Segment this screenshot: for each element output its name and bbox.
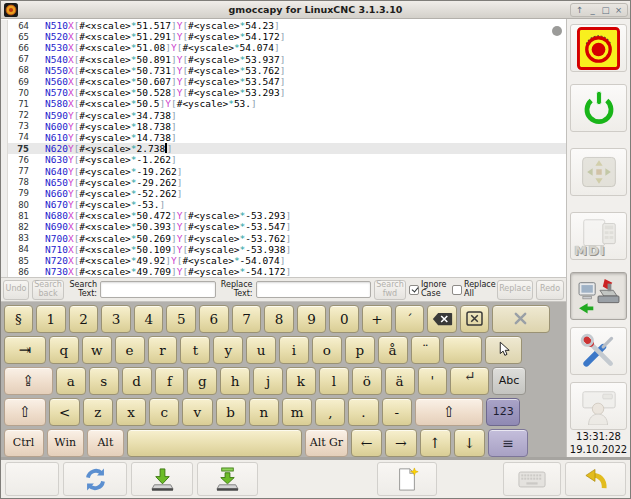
code-line[interactable]: 86N730X[#<xscale>*49.709]Y[#<yscale>*-54… — [1, 266, 566, 277]
key-§[interactable]: § — [4, 305, 34, 333]
key-5[interactable]: 5 — [166, 305, 196, 333]
key-arrow-up[interactable]: ↑ — [420, 429, 451, 457]
key-f[interactable]: f — [155, 367, 185, 395]
save-as-button[interactable] — [197, 462, 258, 496]
key-e[interactable]: e — [115, 336, 145, 364]
key-win[interactable]: Win — [47, 429, 84, 457]
key-t[interactable]: t — [180, 336, 210, 364]
settings-button[interactable] — [570, 327, 627, 375]
replace-text-input[interactable] — [256, 281, 372, 298]
code-line[interactable]: 81N680X[#<xscale>*50.472]Y[#<yscale>*-53… — [1, 210, 566, 221]
key-h[interactable]: h — [220, 367, 250, 395]
titlebar[interactable]: gmoccapy for LinuxCNC 3.1.3.10 ↑_□× — [1, 1, 630, 19]
key-,[interactable]: , — [315, 398, 345, 426]
key-menu[interactable]: ≡ — [488, 429, 528, 457]
key-¨[interactable]: ¨ — [411, 336, 441, 364]
close-button[interactable]: × — [612, 4, 625, 16]
code-line[interactable]: 80N670Y[#<yscale>*-53.] — [1, 199, 566, 210]
key-i[interactable]: i — [279, 336, 309, 364]
key-a[interactable]: a — [56, 367, 86, 395]
key-l[interactable]: l — [319, 367, 349, 395]
manual-mode-button[interactable] — [570, 148, 627, 196]
key-pointer[interactable] — [485, 336, 521, 364]
code-line[interactable]: 77N640Y[#<yscale>*-19.262] — [1, 165, 566, 176]
code-line[interactable]: 68N550X[#<xscale>*50.731]Y[#<yscale>*53.… — [1, 65, 566, 76]
key-m[interactable]: m — [282, 398, 312, 426]
key-p[interactable]: p — [345, 336, 375, 364]
key-arrow-down[interactable]: ↓ — [454, 429, 485, 457]
key-enter-pad[interactable]: ↵ — [450, 367, 489, 395]
empty-slot[interactable] — [5, 462, 59, 496]
key-'[interactable]: ' — [418, 367, 448, 395]
key-g[interactable]: g — [187, 367, 217, 395]
user-button[interactable] — [570, 382, 627, 430]
code-line[interactable]: 73N600Y[#<yscale>*18.738] — [1, 121, 566, 132]
key-d[interactable]: d — [122, 367, 152, 395]
key-4[interactable]: 4 — [134, 305, 164, 333]
key-backspace[interactable] — [427, 305, 457, 333]
code-line[interactable]: 70N570X[#<xscale>*50.528]Y[#<yscale>*53.… — [1, 87, 566, 98]
key-w[interactable]: w — [82, 336, 112, 364]
key-6[interactable]: 6 — [199, 305, 229, 333]
auto-mode-button[interactable] — [570, 272, 627, 320]
key-n[interactable]: n — [249, 398, 279, 426]
key-y[interactable]: y — [213, 336, 243, 364]
gcode-editor[interactable]: 64N510X[#<xscale>*51.517]Y[#<yscale>*54.… — [1, 19, 566, 278]
code-line[interactable]: 78N650Y[#<yscale>*-29.262] — [1, 177, 566, 188]
key-´[interactable]: ´ — [395, 305, 425, 333]
key-o[interactable]: o — [312, 336, 342, 364]
key-z[interactable]: z — [83, 398, 113, 426]
code-line[interactable]: 71N580X[#<xscale>*50.5]Y[#<yscale>*53.] — [1, 98, 566, 109]
key-tab[interactable]: ⇥ — [4, 336, 46, 364]
key-shift-left[interactable]: ⇧ — [4, 398, 47, 426]
key-hide-keyboard[interactable] — [492, 305, 549, 333]
key-capslock[interactable]: ⇪ — [4, 367, 53, 395]
key-ö[interactable]: ö — [352, 367, 382, 395]
key-clear[interactable] — [460, 305, 490, 333]
key-7[interactable]: 7 — [232, 305, 262, 333]
key-alt[interactable]: Alt — [87, 429, 124, 457]
key-arrow-left[interactable]: ← — [351, 429, 382, 457]
key-layer-123[interactable]: 123 — [486, 398, 520, 426]
code-line[interactable]: 66N530X[#<xscale>*51.08]Y[#<yscale>*54.0… — [1, 42, 566, 53]
redo-button[interactable]: Redo — [536, 280, 564, 300]
code-line[interactable]: 76N630Y[#<yscale>*-1.262] — [1, 154, 566, 165]
key-b[interactable]: b — [216, 398, 246, 426]
key-ä[interactable]: ä — [385, 367, 415, 395]
back-button[interactable] — [565, 462, 626, 496]
key-2[interactable]: 2 — [69, 305, 99, 333]
code-line[interactable]: 74N610Y[#<yscale>*14.738] — [1, 132, 566, 143]
mdi-mode-button[interactable]: MDI — [570, 212, 627, 260]
key-3[interactable]: 3 — [101, 305, 131, 333]
key-space[interactable] — [127, 429, 302, 457]
code-line[interactable]: 64N510X[#<xscale>*51.517]Y[#<yscale>*54.… — [1, 20, 566, 31]
ignore-case-checkbox[interactable] — [409, 285, 419, 295]
search-back-button[interactable]: Search back — [32, 280, 64, 300]
key-1[interactable]: 1 — [36, 305, 66, 333]
key-+[interactable]: + — [362, 305, 392, 333]
key-9[interactable]: 9 — [297, 305, 327, 333]
code-line[interactable]: 79N660Y[#<yscale>*-52.262] — [1, 188, 566, 199]
key-altgr[interactable]: Alt Gr — [305, 429, 348, 457]
key-j[interactable]: j — [253, 367, 283, 395]
roll-up-button[interactable]: ↑ — [573, 4, 586, 16]
save-file-button[interactable] — [131, 462, 192, 496]
key-<[interactable]: < — [49, 398, 79, 426]
key-shift-right[interactable]: ⇧ — [415, 398, 483, 426]
estop-button[interactable] — [570, 24, 627, 72]
key-0[interactable]: 0 — [329, 305, 359, 333]
key-r[interactable]: r — [148, 336, 178, 364]
key-c[interactable]: c — [149, 398, 179, 426]
key-k[interactable]: k — [286, 367, 316, 395]
undo-button[interactable]: Undo — [3, 280, 29, 300]
key-å[interactable]: å — [378, 336, 408, 364]
code-line[interactable]: 72N590Y[#<yscale>*34.738] — [1, 110, 566, 121]
code-line[interactable]: 82N690X[#<xscale>*50.393]Y[#<yscale>*-53… — [1, 221, 566, 232]
key-.[interactable]: . — [348, 398, 378, 426]
key--[interactable]: - — [382, 398, 412, 426]
search-fwd-button[interactable]: Search fwd — [374, 280, 406, 300]
code-line[interactable]: 83N700X[#<xscale>*50.269]Y[#<yscale>*-53… — [1, 233, 566, 244]
maximize-button[interactable]: □ — [599, 4, 612, 16]
code-line[interactable]: 65N520X[#<xscale>*51.291]Y[#<yscale>*54.… — [1, 31, 566, 42]
key-u[interactable]: u — [246, 336, 276, 364]
